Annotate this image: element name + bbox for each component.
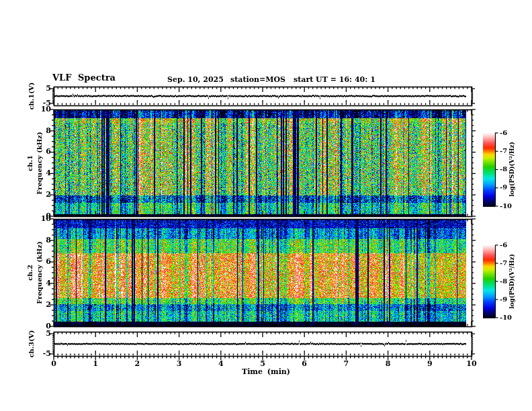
date-label: Sep. 10, 2025: [167, 75, 224, 84]
colorbar2-label: log(PSD)(V²/Hz): [508, 254, 515, 309]
time-axis-label: Time (min): [242, 367, 290, 376]
vlf-spectra-page: VLF Spectra Sep. 10, 2025 station=MOS st…: [0, 0, 532, 411]
spec2-channel-label: ch.2: [26, 265, 34, 281]
spec1-frequency-axis-label: Frequency (kHz): [36, 132, 43, 194]
colorbar1-label: log(PSD)(V²/Hz): [508, 142, 515, 197]
ch1-voltage-axis-label: ch.1(V): [28, 82, 35, 109]
plot-title: VLF Spectra: [52, 73, 116, 83]
ch3-voltage-axis-label: ch.3(V): [28, 330, 35, 357]
spectra-plot-canvas: [0, 0, 532, 411]
spec1-channel-label: ch.1: [26, 155, 34, 171]
start-ut-label: start UT = 16: 40: 1: [294, 75, 375, 84]
spec2-frequency-axis-label: Frequency (kHz): [36, 241, 43, 304]
station-label: station=MOS: [230, 75, 285, 84]
